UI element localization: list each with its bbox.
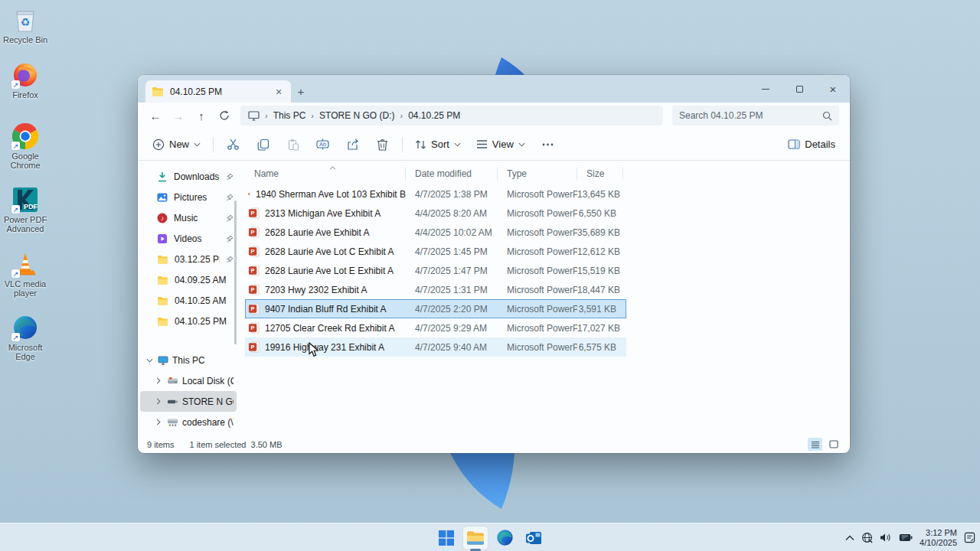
sidebar-item-folder-040925am[interactable]: 04.09.25 AM — [140, 269, 237, 290]
column-header-name[interactable]: Name — [245, 168, 406, 181]
sidebar-item-local-disk-c[interactable]: Local Disk (C:) — [140, 370, 237, 391]
desktop-icon-recycle-bin[interactable]: ♻ Recycle Bin — [2, 6, 49, 44]
title-bar[interactable]: 04.10.25 PM × + × — [138, 75, 850, 103]
file-date: 4/7/2025 9:40 AM — [406, 342, 498, 353]
tab-close-icon[interactable]: × — [273, 86, 285, 98]
sidebar-item-videos[interactable]: Videos — [140, 228, 237, 249]
file-row-selected[interactable]: P9407 Indian Bluff Rd Exhibit A 4/7/2025… — [245, 299, 626, 318]
large-thumbnails-view-toggle[interactable] — [826, 438, 841, 451]
desktop-icon-microsoft-edge[interactable]: ↗ Microsoft Edge — [2, 314, 49, 361]
sort-ascending-indicator — [329, 161, 336, 172]
file-explorer-window: 04.10.25 PM × + × ← → ↑ › — [138, 75, 850, 453]
taskbar-clock[interactable]: 3:12 PM 4/10/2025 — [920, 528, 957, 547]
sort-button[interactable]: Sort — [408, 132, 468, 157]
sidebar-item-label: Downloads — [174, 171, 220, 182]
sidebar-item-folder-031225pm[interactable]: 03.12.25 PM — [140, 249, 237, 269]
details-view-toggle[interactable] — [808, 438, 822, 451]
column-header-size[interactable]: Size — [577, 168, 623, 181]
sidebar-item-downloads[interactable]: Downloads — [140, 166, 237, 187]
taskbar-microsoft-edge[interactable] — [492, 527, 517, 549]
more-options-button[interactable] — [534, 132, 562, 157]
sidebar-item-pictures[interactable]: Pictures — [140, 187, 237, 207]
breadcrumb[interactable]: › This PC › STORE N GO (D:) › 04.10.25 P… — [240, 106, 663, 126]
notification-center-icon[interactable] — [964, 532, 975, 543]
sidebar-item-folder-041025pm[interactable]: 04.10.25 PM — [140, 311, 237, 331]
forward-button[interactable]: → — [167, 105, 190, 126]
details-pane-icon — [788, 139, 800, 149]
start-button[interactable] — [434, 527, 459, 549]
battery-icon[interactable] — [899, 533, 913, 542]
file-row[interactable]: P1940 Sherman Ave Lot 103 Exhibit B 4/7/… — [245, 184, 626, 204]
outlook-icon — [525, 530, 542, 546]
sidebar-scrollbar[interactable] — [234, 201, 237, 344]
explorer-tab[interactable]: 04.10.25 PM × — [145, 80, 291, 103]
hidden-icons-chevron[interactable] — [845, 535, 854, 541]
desktop-icon-power-pdf[interactable]: PDF ↗ Power PDF Advanced — [2, 186, 49, 233]
desktop-icon-vlc[interactable]: ↗ VLC media player — [2, 250, 49, 298]
chevron-right-icon[interactable] — [154, 398, 163, 405]
maximize-button[interactable] — [782, 75, 816, 103]
plus-circle-icon — [152, 139, 165, 151]
powerpoint-file-icon: P — [248, 303, 260, 315]
column-header-date-modified[interactable]: Date modified — [406, 168, 498, 181]
monitor-icon — [248, 111, 260, 121]
new-tab-button[interactable]: + — [291, 80, 311, 103]
column-header-type[interactable]: Type — [498, 168, 577, 181]
file-date: 4/7/2025 1:45 PM — [406, 246, 498, 257]
chevron-right-icon[interactable] — [154, 377, 163, 384]
paste-button[interactable] — [279, 132, 307, 157]
downloads-icon — [157, 171, 168, 182]
file-row[interactable]: P2628 Laurie Ave Lot E Exhibit A 4/7/202… — [245, 261, 626, 280]
chevron-right-icon[interactable] — [154, 419, 163, 425]
file-type: Microsoft PowerPo... — [498, 189, 577, 200]
edge-icon: ↗ — [11, 314, 39, 341]
refresh-button[interactable] — [213, 105, 236, 126]
svg-text:P: P — [251, 267, 255, 274]
cut-button[interactable] — [219, 132, 247, 157]
sidebar-item-folder-041025am[interactable]: 04.10.25 AM — [140, 290, 237, 311]
share-button[interactable] — [338, 132, 367, 157]
up-button[interactable]: ↑ — [190, 105, 213, 126]
sidebar-item-label: 04.10.25 AM — [175, 295, 234, 306]
desktop-icon-google-chrome[interactable]: ↗ Google Chrome — [2, 122, 49, 170]
back-button[interactable]: ← — [144, 105, 167, 126]
sidebar-item-codeshare[interactable]: codeshare (\\b — [140, 412, 237, 432]
file-row[interactable]: P12705 Clear Creek Rd Exhibit A 4/7/2025… — [245, 318, 626, 337]
delete-button[interactable] — [368, 132, 397, 157]
file-row[interactable]: P2628 Laurie Ave Exhibit A 4/4/2025 10:0… — [245, 223, 626, 242]
sidebar-item-this-pc[interactable]: This PC — [140, 350, 237, 370]
address-bar: ← → ↑ › This PC › STORE N GO (D:) › 04.1… — [138, 103, 850, 129]
chevron-down-icon[interactable] — [145, 358, 154, 363]
sidebar-item-store-n-go[interactable]: STORE N GO (D:) — [140, 391, 237, 412]
network-icon[interactable] — [861, 532, 873, 543]
view-button[interactable]: View — [469, 132, 532, 157]
file-row[interactable]: P2313 Michigan Ave Exhibit A 4/4/2025 8:… — [245, 204, 626, 223]
search-placeholder: Search 04.10.25 PM — [679, 110, 763, 121]
taskbar-file-explorer[interactable] — [463, 527, 488, 549]
power-pdf-icon: PDF ↗ — [11, 186, 39, 214]
volume-icon[interactable] — [880, 533, 892, 543]
svg-text:P: P — [251, 305, 255, 312]
desktop-icon-firefox[interactable]: ↗ Firefox — [2, 61, 49, 99]
breadcrumb-folder[interactable]: 04.10.25 PM — [408, 110, 460, 121]
file-row-hovered[interactable]: P19916 Highway 231 Exhibit A 4/7/2025 9:… — [245, 337, 626, 357]
details-pane-button[interactable]: Details — [781, 132, 842, 157]
file-name: 7203 Hwy 2302 Exhibit A — [265, 285, 367, 295]
file-row[interactable]: P2628 Laurie Ave Lot C Exhibit A 4/7/202… — [245, 242, 626, 261]
sidebar-item-label: codeshare (\\b — [182, 417, 234, 428]
file-row[interactable]: P7203 Hwy 2302 Exhibit A 4/7/2025 1:31 P… — [245, 280, 626, 299]
sidebar-item-music[interactable]: ♪ Music — [140, 207, 237, 228]
desktop-icon-label: Firefox — [12, 90, 38, 99]
file-type: Microsoft PowerPo... — [498, 208, 577, 219]
search-input[interactable]: Search 04.10.25 PM — [672, 106, 839, 126]
local-disk-icon — [167, 377, 178, 385]
close-button[interactable]: × — [816, 75, 850, 103]
copy-button[interactable] — [249, 132, 277, 157]
breadcrumb-this-pc[interactable]: This PC — [273, 110, 306, 121]
this-pc-icon — [158, 356, 168, 365]
rename-button[interactable]: Ab — [309, 132, 337, 157]
taskbar-outlook[interactable] — [521, 527, 546, 549]
breadcrumb-drive[interactable]: STORE N GO (D:) — [319, 110, 394, 121]
new-button[interactable]: New — [145, 132, 207, 157]
minimize-button[interactable] — [749, 75, 782, 103]
